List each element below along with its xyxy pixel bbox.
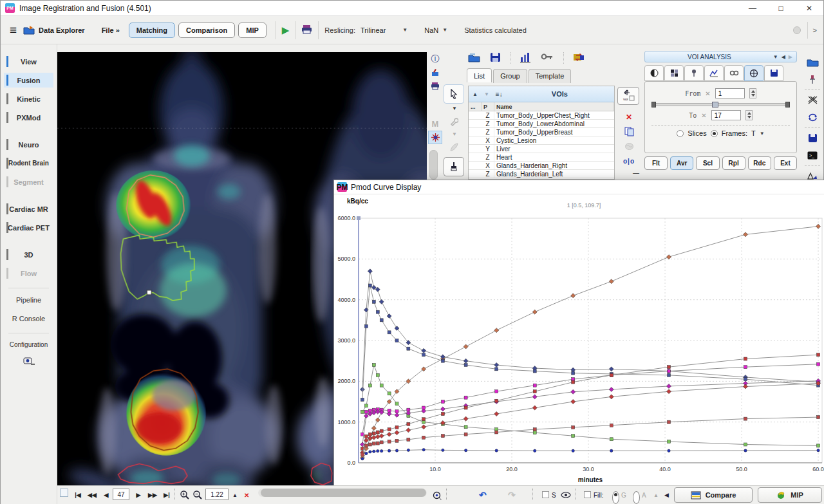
zoom-out-icon[interactable] (192, 489, 203, 501)
zoom-in-icon[interactable] (180, 489, 190, 501)
slider-handle-right[interactable] (785, 102, 790, 107)
nan-select[interactable]: NaN ▼ (424, 26, 447, 34)
tab-layout[interactable] (664, 65, 684, 81)
scl-button[interactable]: Scl (696, 156, 719, 170)
cursor-tool-button[interactable] (444, 84, 464, 104)
sidebar-item-kinetic[interactable]: Kinetic (4, 91, 53, 106)
brush-tool-button[interactable] (444, 157, 464, 176)
reset-zoom-icon[interactable]: ✕ (244, 489, 249, 501)
fusion-star-icon[interactable] (428, 131, 442, 144)
prev-slice-button[interactable]: ◀ (100, 489, 113, 501)
g-radio[interactable] (612, 491, 619, 504)
swap-loop-icon[interactable] (804, 109, 821, 126)
a-radio[interactable] (633, 491, 640, 504)
voi-transfer-icon[interactable] (563, 52, 585, 64)
fast-prev-button[interactable]: ◀◀ (86, 489, 98, 501)
print-layout-icon[interactable] (428, 79, 442, 93)
sidebar-item-r-console[interactable]: R Console (4, 311, 53, 326)
file-menu[interactable]: File » (102, 26, 120, 34)
tab-save[interactable] (764, 65, 783, 81)
flt-button[interactable]: Flt (644, 156, 668, 170)
table-row[interactable]: ZTumor_Body_LowerAbdominal (469, 120, 614, 128)
close-all-icon[interactable] (804, 91, 821, 109)
sidebar-item-cardiac-pet[interactable]: Cardiac PET (4, 220, 53, 235)
tab-list[interactable]: List (467, 68, 492, 82)
sidebar-item-neuro[interactable]: Neuro (4, 137, 53, 152)
save-voi-icon[interactable] (490, 52, 501, 64)
voi-handle[interactable] (147, 290, 151, 295)
collapse-left-icon[interactable]: ◀ (664, 489, 669, 501)
frames-value[interactable]: T (751, 129, 756, 137)
print-icon[interactable] (301, 24, 312, 35)
table-row[interactable]: YLiver (469, 145, 614, 153)
menu-icon[interactable]: ≡ (10, 23, 17, 37)
table-row[interactable]: ZGlands_Harderian_Left (469, 170, 614, 178)
slider-handle-mid[interactable] (712, 102, 718, 107)
link-key-icon[interactable] (541, 52, 554, 62)
table-row[interactable]: ZTumor_Body_UpperBreast (469, 128, 614, 136)
close-button[interactable]: ✕ (795, 1, 823, 15)
voi-analysis-header[interactable]: VOI ANALYSIS ▼ ◀ ▶ (644, 51, 797, 62)
mip-button[interactable]: MIP (758, 487, 822, 503)
sidebar-item-pxmod[interactable]: PXMod (4, 110, 53, 125)
maximize-button[interactable]: □ (767, 1, 795, 15)
sort-asc-icon[interactable]: ▲ (473, 91, 478, 97)
last-slice-button[interactable]: ▶| (160, 489, 173, 501)
tab-mip[interactable]: MIP (238, 23, 267, 38)
rpl-button[interactable]: Rpl (722, 156, 745, 170)
pin-icon[interactable] (804, 71, 821, 88)
info-icon[interactable]: Ⓘ (428, 52, 442, 66)
tab-contrast[interactable] (644, 65, 664, 81)
slider-handle-left[interactable] (651, 102, 656, 107)
chevron-down-icon[interactable]: ▼ (444, 106, 465, 111)
tab-find[interactable] (724, 65, 744, 81)
next-slice-button[interactable]: ▶ (132, 489, 145, 501)
curve-window-titlebar[interactable]: PM Pmod Curve Display (334, 180, 824, 194)
tab-matching[interactable]: Matching (129, 23, 175, 38)
statistics-chart-icon[interactable] (510, 52, 531, 64)
chevron-down-icon[interactable]: ▼ (773, 54, 778, 60)
undo-icon[interactable]: ↶ (479, 489, 487, 501)
page-left-icon[interactable]: ◀ (782, 54, 785, 60)
slice-number-field[interactable] (113, 489, 129, 500)
viewer-vertical-scrollbar[interactable] (429, 150, 438, 180)
overlay-checkbox[interactable] (60, 489, 68, 497)
save-all-icon[interactable] (804, 129, 821, 147)
table-row[interactable]: ZTumor_Body_UpperChest_Right (469, 111, 614, 120)
sort-desc-icon[interactable]: ▼ (484, 91, 489, 97)
reslicing-select[interactable]: Trilinear ▼ (360, 26, 407, 34)
data-explorer-button[interactable]: Data Explorer (23, 25, 85, 35)
fast-next-button[interactable]: ▶▶ (146, 489, 159, 501)
clear-to-icon[interactable]: ✕ (701, 112, 706, 119)
configuration-icon[interactable] (1, 357, 57, 366)
avr-button[interactable]: Avr (670, 156, 693, 170)
tab-comparison[interactable]: Comparison (178, 23, 235, 38)
clear-from-icon[interactable]: ✕ (705, 90, 710, 97)
table-row[interactable]: ZHeart (469, 153, 614, 162)
frame-range-slider[interactable] (651, 101, 790, 107)
to-field[interactable] (711, 110, 741, 120)
eye-icon[interactable] (561, 489, 571, 501)
compare-button[interactable]: Compare (674, 487, 753, 503)
tab-group[interactable]: Group (493, 69, 527, 83)
rdc-button[interactable]: Rdc (748, 156, 771, 170)
toolbar-expand-button[interactable]: > (807, 22, 817, 39)
sidebar-item-view[interactable]: View (4, 54, 53, 69)
tab-pin[interactable] (684, 65, 704, 81)
from-field[interactable] (715, 88, 745, 98)
copy-voi-icon[interactable] (617, 125, 641, 138)
minimize-button[interactable]: — (738, 1, 767, 15)
chevron-down-icon[interactable]: ▼ (760, 131, 765, 136)
sidebar-item-fusion[interactable]: Fusion (4, 73, 53, 88)
run-icon[interactable]: ▶ (282, 24, 290, 36)
tab-frames[interactable] (744, 65, 763, 81)
sidebar-item-configuration[interactable]: Configuration (4, 337, 53, 352)
s-checkbox[interactable] (542, 491, 549, 498)
viewer-horizontal-scrollbar[interactable] (258, 489, 427, 497)
to-stepper[interactable] (745, 110, 753, 120)
sidebar-item-3d[interactable]: 3D (4, 247, 53, 262)
fill-checkbox[interactable] (584, 491, 591, 498)
sidebar-item-rodent-brain[interactable]: Rodent Brain (4, 156, 53, 171)
frames-radio[interactable] (711, 130, 718, 137)
load-protocol-icon[interactable] (804, 53, 821, 71)
